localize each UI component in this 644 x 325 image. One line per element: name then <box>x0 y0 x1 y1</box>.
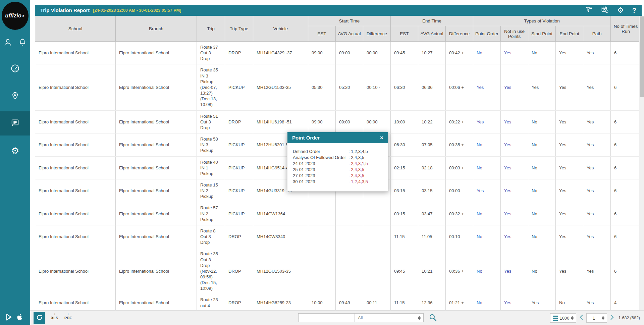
sidebar-item-dashboard[interactable] <box>8 62 22 76</box>
next-page-button[interactable] <box>610 314 614 322</box>
col-group-violations: Types of Violation <box>473 16 611 26</box>
not-in-use-link[interactable]: Yes <box>504 188 511 193</box>
popup-row-value: : 2,4,3,5 <box>348 173 364 178</box>
table-row: Elpro International SchoolElpro Internat… <box>35 202 641 225</box>
app-store-link[interactable] <box>12 310 27 325</box>
sidebar-item-reports[interactable] <box>8 116 22 131</box>
popup-row: 27-01-2023: 2,4,3,5 <box>293 173 383 178</box>
point-order-link[interactable]: No <box>477 234 482 239</box>
col-start-point[interactable]: Start Point <box>528 26 556 42</box>
title-bar: Trip Violation Report [24-01-2023 12:00 … <box>35 5 642 16</box>
point-order-link[interactable]: Yes <box>477 119 484 124</box>
chevron-left-icon <box>579 314 583 322</box>
rows-per-page-select[interactable]: 1000 <box>550 313 576 323</box>
prev-page-button[interactable] <box>579 314 583 322</box>
schedule-icon <box>601 6 609 15</box>
popup-row-value: : 2,4,3,1,5 <box>348 161 368 166</box>
col-point-order[interactable]: Point Order <box>473 26 501 42</box>
col-start-avg[interactable]: AVG Actual <box>336 26 363 42</box>
schedule-button[interactable] <box>601 6 609 15</box>
not-in-use-link[interactable]: Yes <box>504 211 511 216</box>
col-vehicle[interactable]: Vehicle <box>253 16 308 42</box>
search-input[interactable] <box>298 313 355 322</box>
table-row: Elpro International SchoolElpro Internat… <box>35 225 641 248</box>
search-column-select[interactable]: All <box>355 313 424 322</box>
col-not-in-use[interactable]: Not in use Points <box>501 26 528 42</box>
col-path[interactable]: Path <box>583 26 611 42</box>
col-end-point[interactable]: End Point <box>556 26 583 42</box>
filter-button[interactable] <box>585 6 593 15</box>
sidebar-item-settings[interactable]: ⚙ <box>8 144 22 158</box>
col-school[interactable]: School <box>35 16 116 42</box>
dashboard-icon <box>10 63 20 75</box>
sidebar-item-notifications[interactable] <box>15 36 30 50</box>
col-start-diff[interactable]: Difference <box>363 26 391 42</box>
point-order-link[interactable]: No <box>477 50 482 55</box>
rows-icon <box>553 316 558 321</box>
col-end-avg[interactable]: AVG Actual <box>418 26 446 42</box>
col-start-est[interactable]: EST <box>308 26 336 42</box>
point-order-link[interactable]: Yes <box>477 85 484 90</box>
sidebar: uffizio➤ ⚙ <box>0 0 30 325</box>
not-in-use-link[interactable]: Yes <box>504 119 511 124</box>
reports-icon <box>10 118 20 129</box>
not-in-use-link[interactable]: Yes <box>504 300 511 305</box>
col-trip[interactable]: Trip <box>197 16 225 42</box>
table-row: Elpro International SchoolElpro Internat… <box>35 248 641 294</box>
table-row: Elpro International SchoolElpro Internat… <box>35 64 641 110</box>
popup-row-label: 24-01-2023 <box>293 161 348 166</box>
select-arrows-icon <box>571 316 574 320</box>
popup-row-value: : 2,4,3,5 <box>348 155 364 160</box>
point-order-link[interactable]: No <box>477 165 482 170</box>
vertical-scrollbar[interactable] <box>639 16 644 310</box>
sidebar-item-users[interactable] <box>0 36 15 50</box>
user-icon <box>3 38 12 48</box>
popup-header: Point Order × <box>287 132 388 143</box>
page-title: Trip Violation Report <box>40 7 90 13</box>
scrollbar-thumb[interactable] <box>640 16 644 97</box>
not-in-use-link[interactable]: Yes <box>504 234 511 239</box>
pagination: 1000 1 1-682 (682) <box>550 313 640 323</box>
popup-row-value: : 1,2,3,4,5 <box>348 149 368 154</box>
col-end-est[interactable]: EST <box>391 26 418 42</box>
point-order-link[interactable]: No <box>477 142 482 147</box>
refresh-button[interactable] <box>34 312 45 324</box>
table-row: Elpro International SchoolElpro Internat… <box>35 42 641 64</box>
close-icon[interactable]: × <box>380 135 383 141</box>
help-button[interactable]: ? <box>632 7 636 14</box>
col-times-run[interactable]: No of Times Run <box>611 16 641 42</box>
point-order-link[interactable]: No <box>477 300 482 305</box>
col-trip-type[interactable]: Trip Type <box>225 16 253 42</box>
not-in-use-link[interactable]: Yes <box>504 50 511 55</box>
export-pdf-button[interactable]: ↓ PDF <box>64 312 72 320</box>
popup-row-value: : 1,2,4,3,5 <box>348 179 368 184</box>
settings-button[interactable]: ⚙ <box>617 6 624 15</box>
brand-logo[interactable]: uffizio➤ <box>2 2 29 30</box>
not-in-use-link[interactable]: Yes <box>504 165 511 170</box>
popup-row: Analysis Of Followed Order: 2,4,3,5 <box>293 155 383 160</box>
point-order-link[interactable]: No <box>477 211 482 216</box>
popup-row-label: 25-01-2023 <box>293 167 348 172</box>
point-order-link[interactable]: Yes <box>477 188 484 193</box>
search-button[interactable] <box>429 313 437 323</box>
search-column-value: All <box>358 315 363 320</box>
col-group-start-time: Start Time <box>308 16 391 26</box>
page-number-value: 1 <box>593 316 595 321</box>
popup-row-label: Analysis Of Followed Order <box>293 155 348 160</box>
sidebar-item-tracking[interactable] <box>8 89 22 104</box>
notifications-icon <box>18 38 26 48</box>
popup-row: 24-01-2023: 2,4,3,1,5 <box>293 161 383 166</box>
point-order-link[interactable]: No <box>477 269 482 274</box>
col-branch[interactable]: Branch <box>116 16 197 42</box>
not-in-use-link[interactable]: Yes <box>504 269 511 274</box>
settings-icon: ⚙ <box>11 146 19 156</box>
chevron-right-icon <box>610 314 614 322</box>
apple-icon <box>16 313 23 322</box>
not-in-use-link[interactable]: Yes <box>504 85 511 90</box>
col-end-diff[interactable]: Difference <box>446 26 473 42</box>
pdf-label: PDF <box>64 316 72 320</box>
table-row: Elpro International SchoolElpro Internat… <box>35 110 641 133</box>
export-xls-button[interactable]: ↓ XLS <box>51 312 58 320</box>
page-number-input[interactable]: 1 <box>586 313 607 323</box>
not-in-use-link[interactable]: Yes <box>504 142 511 147</box>
